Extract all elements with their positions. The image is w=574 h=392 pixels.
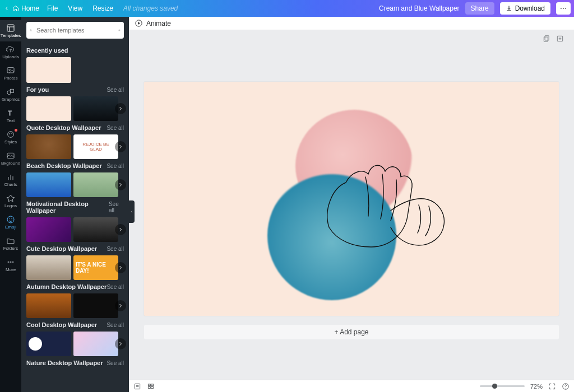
section-cute-title: Cute Desktop Wallpaper — [26, 245, 97, 252]
template-thumb[interactable] — [26, 293, 71, 318]
rail-styles[interactable]: Styles — [0, 127, 21, 148]
menu-resize[interactable]: Resize — [92, 4, 113, 12]
rail-text[interactable]: T Text — [0, 105, 21, 127]
template-thumb[interactable] — [73, 96, 118, 121]
section-recent-title: Recently used — [26, 47, 124, 54]
see-all-nature[interactable]: See all — [107, 360, 124, 366]
chevron-right-icon — [117, 340, 124, 347]
scroll-right-button[interactable] — [115, 300, 126, 311]
rail-folders[interactable]: Folders — [0, 233, 21, 254]
rail-photos[interactable]: Photos — [0, 63, 21, 84]
see-all-autumn[interactable]: See all — [107, 284, 124, 290]
rail-graphics[interactable]: Graphics — [0, 84, 21, 105]
scroll-right-button[interactable] — [115, 179, 126, 190]
svg-rect-43 — [151, 384, 154, 385]
rail-templates[interactable]: Templates — [0, 20, 21, 41]
see-all-quote[interactable]: See all — [107, 125, 124, 131]
share-button[interactable]: Share — [465, 2, 494, 15]
design-canvas[interactable] — [144, 82, 559, 316]
add-page-icon[interactable] — [556, 35, 564, 43]
rail-bkground[interactable]: Bkground — [0, 148, 21, 169]
folders-icon — [6, 236, 15, 245]
svg-rect-42 — [148, 384, 150, 385]
new-badge-icon — [15, 129, 17, 132]
see-all-cute[interactable]: See all — [107, 246, 124, 252]
menu-file[interactable]: File — [47, 4, 58, 12]
fullscreen-icon[interactable] — [548, 382, 556, 390]
template-thumb[interactable] — [26, 255, 71, 280]
search-input[interactable] — [35, 26, 115, 34]
charts-icon — [6, 172, 15, 181]
menu-view[interactable]: View — [68, 4, 82, 12]
more-button[interactable] — [556, 2, 571, 15]
logos-icon — [6, 194, 15, 203]
scroll-right-button[interactable] — [115, 338, 126, 349]
photos-icon — [6, 66, 15, 75]
section-foryou-title: For you — [26, 86, 49, 93]
uploads-icon — [6, 45, 15, 54]
rail-more[interactable]: More — [0, 254, 21, 276]
graphics-icon — [6, 87, 15, 96]
template-thumb[interactable] — [26, 134, 71, 159]
svg-marker-17 — [7, 195, 14, 202]
animate-button[interactable]: Animate — [146, 20, 171, 27]
template-thumb[interactable]: IT'S A NICE DAY! — [73, 255, 118, 280]
section-cool-title: Cool Desktop Wallpaper — [26, 321, 97, 328]
tool-rail: Templates Uploads Photos Graphics T Text… — [0, 17, 21, 392]
help-icon[interactable] — [562, 382, 570, 390]
template-thumb[interactable] — [26, 217, 71, 242]
home-button[interactable]: Home — [3, 4, 39, 12]
svg-rect-44 — [148, 386, 150, 388]
download-button[interactable]: Download — [500, 2, 550, 15]
rail-logos[interactable]: Logos — [0, 190, 21, 212]
grid-view-icon[interactable] — [147, 382, 155, 390]
scroll-right-button[interactable] — [115, 141, 126, 152]
template-thumb[interactable] — [26, 172, 71, 197]
svg-rect-39 — [135, 384, 140, 389]
document-title[interactable]: Cream and Blue Wallpaper — [379, 4, 460, 12]
svg-marker-33 — [138, 22, 140, 25]
template-thumb[interactable] — [73, 293, 118, 318]
rail-emoji[interactable]: Emoji — [0, 212, 21, 233]
styles-icon — [6, 130, 15, 139]
template-thumb[interactable]: REJOICE BE GLAD — [73, 134, 118, 159]
chevron-right-icon — [117, 105, 124, 112]
line-art-hands[interactable] — [307, 143, 452, 261]
filter-icon[interactable] — [118, 26, 121, 34]
scroll-right-button[interactable] — [115, 224, 126, 235]
svg-rect-3 — [7, 25, 14, 31]
see-all-foryou[interactable]: See all — [107, 87, 124, 93]
template-thumb[interactable] — [73, 332, 118, 356]
download-icon — [506, 5, 512, 12]
svg-rect-45 — [151, 386, 154, 388]
scroll-right-button[interactable] — [115, 262, 126, 273]
search-templates[interactable] — [26, 22, 124, 39]
svg-rect-35 — [544, 37, 548, 41]
see-all-cool[interactable]: See all — [107, 322, 124, 328]
ellipsis-icon — [559, 4, 567, 12]
see-all-beach[interactable]: See all — [107, 163, 124, 169]
animate-icon — [135, 19, 143, 27]
svg-point-20 — [11, 218, 12, 219]
template-thumb[interactable] — [73, 217, 118, 242]
chevron-right-icon — [117, 302, 124, 309]
notes-icon[interactable] — [133, 382, 141, 390]
zoom-slider[interactable] — [480, 385, 525, 387]
add-page-button[interactable]: + Add page — [144, 321, 559, 343]
svg-point-8 — [9, 69, 11, 71]
scroll-right-button[interactable] — [115, 103, 126, 114]
template-thumb[interactable] — [26, 96, 71, 121]
see-all-motiv[interactable]: See all — [109, 201, 124, 213]
chevron-left-icon — [3, 5, 10, 12]
template-thumb[interactable] — [73, 172, 118, 197]
save-status: All changes saved — [123, 4, 178, 12]
search-icon — [30, 26, 32, 34]
rail-uploads[interactable]: Uploads — [0, 41, 21, 63]
home-label: Home — [21, 4, 39, 12]
zoom-value[interactable]: 72% — [530, 383, 543, 390]
section-nature-title: Nature Desktop Wallpaper — [26, 360, 103, 366]
template-thumb[interactable] — [26, 332, 71, 356]
template-thumb[interactable] — [26, 57, 71, 83]
duplicate-page-icon[interactable] — [543, 35, 550, 43]
rail-charts[interactable]: Charts — [0, 169, 21, 190]
